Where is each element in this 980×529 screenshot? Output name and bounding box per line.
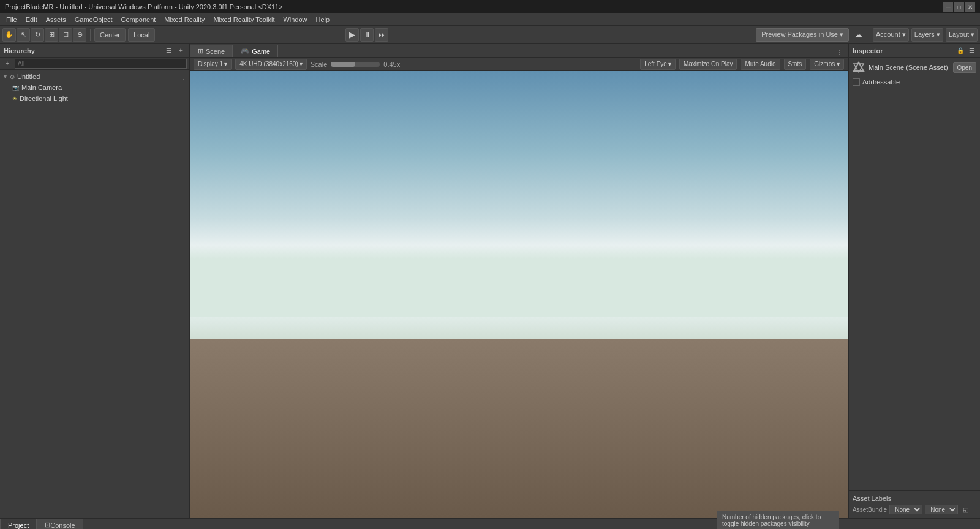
scale-tool-button[interactable]: ⊞: [45, 28, 58, 42]
mute-label: Mute Audio: [745, 61, 775, 67]
layers-dropdown[interactable]: Layers ▾: [911, 28, 943, 42]
maximize-button[interactable]: □: [954, 2, 964, 12]
inspector-menu-icon[interactable]: ☰: [967, 46, 976, 56]
gizmos-button[interactable]: Gizmos ▾: [810, 59, 844, 70]
menu-window[interactable]: Window: [279, 15, 311, 24]
rect-tool-button[interactable]: ⊡: [59, 28, 72, 42]
transform-tool-button[interactable]: ⊕: [73, 28, 86, 42]
project-tabs: Project ⊡ Console ◨ ✎ ☆ ☆ 26: [0, 519, 783, 529]
resolution-selector[interactable]: 4K UHD (3840x2160) ▾: [235, 59, 307, 70]
asset-bundle-variant-select[interactable]: None: [925, 505, 958, 514]
scale-slider[interactable]: [331, 62, 380, 67]
display-arrow-icon: ▾: [224, 61, 227, 67]
space-label: Local: [134, 31, 149, 39]
toolbar-right: Preview Packages in Use ▾ ☁ Account ▾ La…: [756, 28, 978, 42]
resolution-arrow-icon: ▾: [300, 61, 303, 67]
hierarchy-content: ▼ ⊙ Untitled ⋮ 📷 Main Camera ☀ Direction…: [0, 70, 189, 518]
hierarchy-header: Hierarchy ☰ +: [0, 44, 189, 58]
hierarchy-expand-button[interactable]: +: [2, 59, 12, 69]
hierarchy-panel: Hierarchy ☰ + + ▼ ⊙ Untitled ⋮ 📷 Main Ca…: [0, 44, 190, 518]
bottom-area: Project ⊡ Console ◨ ✎ ☆ ☆ 26 + Assets › …: [0, 518, 980, 529]
stats-button[interactable]: Stats: [784, 59, 807, 70]
hierarchy-item-main-camera[interactable]: 📷 Main Camera: [0, 82, 189, 93]
rotate-tool-button[interactable]: ↻: [31, 28, 44, 42]
tab-game[interactable]: 🎮 Game: [233, 45, 278, 57]
addressable-label: Addressable: [862, 78, 900, 86]
asset-bundle-select[interactable]: None: [889, 505, 922, 514]
transform-tools: ✋ ↖ ↻ ⊞ ⊡ ⊕: [2, 28, 86, 42]
scene-right-controls: Left Eye ▾ Maximize On Play Mute Audio S…: [640, 59, 844, 70]
pause-button[interactable]: ⏸: [360, 28, 374, 42]
hierarchy-item-scene-label: Untitled: [17, 73, 40, 80]
layout-dropdown[interactable]: Layout ▾: [946, 28, 978, 42]
asset-bundle-row: AssetBundle None None ◱: [853, 505, 976, 514]
scene-settings-icon[interactable]: ⋮: [181, 73, 187, 80]
camera-icon: 📷: [12, 84, 19, 91]
minimize-button[interactable]: ─: [943, 2, 953, 12]
unity-asset-icon: [853, 61, 865, 73]
hidden-pkg-tooltip[interactable]: Number of hidden packages, click to togg…: [717, 511, 839, 529]
account-dropdown[interactable]: Account ▾: [873, 28, 909, 42]
move-tool-button[interactable]: ↖: [17, 28, 30, 42]
menu-assets[interactable]: Assets: [42, 15, 70, 24]
hierarchy-menu-button[interactable]: ☰: [164, 46, 173, 56]
hidden-pkg-tooltip-text: Number of hidden packages, click to togg…: [722, 514, 821, 527]
close-button[interactable]: ✕: [965, 2, 975, 12]
light-icon: ☀: [12, 96, 17, 102]
inspector-header: Inspector 🔒 ☰: [849, 44, 980, 58]
main-layout: Hierarchy ☰ + + ▼ ⊙ Untitled ⋮ 📷 Main Ca…: [0, 44, 980, 518]
layout-label: Layout ▾: [949, 31, 974, 39]
maximize-on-play-button[interactable]: Maximize On Play: [679, 59, 737, 70]
play-controls: ▶ ⏸ ⏭: [345, 28, 388, 42]
view-selector[interactable]: Left Eye ▾: [640, 59, 676, 70]
hierarchy-item-dir-light-label: Directional Light: [20, 95, 68, 102]
tab-scene[interactable]: ⊞ Scene: [190, 45, 233, 57]
hand-tool-button[interactable]: ✋: [2, 28, 16, 42]
cloud-button[interactable]: ☁: [851, 28, 865, 42]
hierarchy-item-scene[interactable]: ▼ ⊙ Untitled ⋮: [0, 71, 189, 82]
scene-tabs: ⊞ Scene 🎮 Game ⋮: [190, 44, 848, 58]
menu-mixed-reality-toolkit[interactable]: Mixed Reality Toolkit: [209, 15, 278, 24]
menu-gameobject[interactable]: GameObject: [71, 15, 116, 24]
preview-packages-button[interactable]: Preview Packages in Use ▾: [756, 28, 849, 42]
space-toggle[interactable]: Local: [128, 28, 155, 42]
scene-tab-right: ⋮: [834, 47, 848, 57]
menu-bar: File Edit Assets GameObject Component Mi…: [0, 13, 980, 26]
pivot-toggle[interactable]: Center: [94, 28, 126, 42]
hierarchy-search-input[interactable]: [15, 59, 187, 69]
game-tab-icon: 🎮: [241, 47, 249, 55]
display-selector[interactable]: Display 1 ▾: [194, 59, 232, 70]
hierarchy-item-main-camera-label: Main Camera: [21, 84, 62, 91]
menu-component[interactable]: Component: [117, 15, 159, 24]
inspector-lock-icon[interactable]: 🔒: [956, 46, 965, 56]
scene-options-button[interactable]: ⋮: [834, 47, 844, 57]
sky-gradient: [190, 71, 848, 339]
menu-mixed-reality[interactable]: Mixed Reality: [160, 15, 208, 24]
inspector-bottom-icon[interactable]: ◱: [960, 505, 970, 514]
inspector-bottom: Asset Labels AssetBundle None None ◱: [849, 490, 980, 518]
addressable-checkbox[interactable]: [853, 78, 860, 86]
scale-value: 0.45x: [383, 61, 400, 68]
toolbar: ✋ ↖ ↻ ⊞ ⊡ ⊕ Center Local ▶ ⏸ ⏭ Preview P…: [0, 26, 980, 44]
open-button[interactable]: Open: [953, 62, 976, 73]
hierarchy-header-right: ☰ +: [164, 46, 186, 56]
menu-edit[interactable]: Edit: [22, 15, 41, 24]
window-title: ProjectBladeMR - Untitled - Universal Wi…: [5, 3, 283, 10]
tab-console[interactable]: ⊡ Console: [37, 519, 83, 529]
project-tab-label: Project: [8, 522, 29, 529]
tab-project[interactable]: Project: [0, 519, 37, 529]
play-button[interactable]: ▶: [345, 28, 359, 42]
step-button[interactable]: ⏭: [375, 28, 388, 42]
scene-arrow-icon: ▼: [2, 73, 10, 80]
hierarchy-add-button[interactable]: +: [176, 46, 186, 56]
asset-row: Main Scene (Scene Asset) Open: [853, 61, 976, 73]
scene-view: [190, 71, 848, 518]
gizmos-label: Gizmos ▾: [814, 61, 840, 67]
mute-audio-button[interactable]: Mute Audio: [741, 59, 780, 70]
menu-help[interactable]: Help: [312, 15, 334, 24]
scene-toolbar: Display 1 ▾ 4K UHD (3840x2160) ▾ Scale 0…: [190, 58, 848, 71]
separator-2: [159, 29, 159, 41]
menu-file[interactable]: File: [2, 15, 21, 24]
inspector-panel: Inspector 🔒 ☰ Main Scene (Scene Asset) O…: [848, 44, 980, 518]
hierarchy-item-dir-light[interactable]: ☀ Directional Light: [0, 93, 189, 104]
